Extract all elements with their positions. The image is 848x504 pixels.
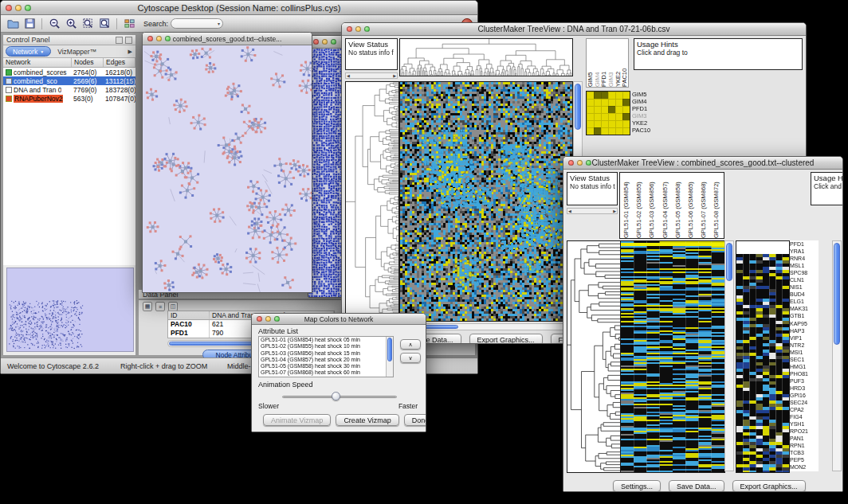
scrollbar-thumb[interactable]	[387, 338, 392, 361]
list-scrollbar[interactable]	[386, 337, 393, 377]
column-header-edges[interactable]: Edges	[104, 58, 135, 67]
export-graphics-button[interactable]: Export Graphics...	[469, 334, 543, 344]
gene-label[interactable]: MSI1	[790, 349, 819, 356]
gene-label[interactable]: MAK31	[790, 305, 819, 312]
search-input[interactable]: ▾	[171, 18, 223, 29]
gene-label[interactable]: YSH1	[790, 420, 819, 428]
close-button[interactable]	[147, 36, 153, 41]
window-titlebar[interactable]: ClusterMaker TreeView : combined_scores_…	[563, 157, 842, 170]
scroll-left-icon[interactable]: ◀	[568, 209, 571, 213]
scroll-right-icon[interactable]: ▶	[393, 73, 396, 78]
close-button[interactable]	[313, 39, 319, 45]
close-button[interactable]	[6, 5, 12, 11]
gene-label[interactable]: SEC24	[790, 399, 819, 406]
gene-label[interactable]: CLN1	[790, 276, 819, 283]
slider-thumb[interactable]	[332, 392, 340, 400]
close-button[interactable]	[347, 26, 352, 32]
close-button[interactable]	[257, 316, 262, 322]
gene-label[interactable]: NTR2	[790, 342, 819, 349]
gene-label[interactable]: TCB3	[790, 449, 819, 456]
minimize-button[interactable]	[265, 316, 271, 322]
gene-label[interactable]: VIP1	[790, 334, 819, 342]
row-dendrogram-canvas[interactable]	[567, 240, 621, 473]
column-header-nodes[interactable]: Nodes	[72, 58, 104, 67]
list-item[interactable]: GPL51-01 (GSM854) heat shock 05 min	[259, 337, 393, 343]
zoom-heatmap-canvas[interactable]	[736, 240, 790, 473]
scroll-left-icon[interactable]: ◀	[347, 73, 350, 78]
annotation-icon[interactable]	[122, 17, 136, 31]
minimize-button[interactable]	[15, 5, 22, 11]
zoom-out-icon[interactable]	[47, 17, 61, 31]
gene-label[interactable]: GIM5	[632, 91, 664, 98]
window-titlebar[interactable]: combined_scores_good.txt--cluste...	[143, 33, 312, 45]
zoom-button[interactable]	[364, 26, 370, 32]
close-panel-icon[interactable]	[125, 37, 132, 44]
column-dendrogram-canvas[interactable]	[399, 38, 573, 76]
gene-label[interactable]: PHO81	[790, 370, 819, 377]
gene-label[interactable]: FIG4	[790, 413, 819, 420]
list-item[interactable]: GPL51-03 (GSM856) heat shock 15 min	[259, 350, 393, 357]
zoom-button[interactable]	[274, 316, 280, 322]
network-table-row[interactable]: DNA and Tran 07769(0)183728(0)	[3, 85, 135, 94]
gene-list-scrollbar[interactable]	[832, 240, 842, 471]
gene-label[interactable]: SPC98	[790, 269, 819, 276]
gene-label[interactable]: MSL1	[790, 262, 819, 269]
list-item[interactable]: GPL51-07 (GSM868) heat shock 60 min	[259, 369, 393, 376]
move-down-button[interactable]: ∨	[400, 353, 421, 363]
gene-label[interactable]: GTB1	[790, 312, 819, 319]
scrollbar-thumb[interactable]	[834, 243, 840, 345]
save-data-button[interactable]: Save Data...	[669, 480, 724, 492]
gene-label[interactable]: PFD1	[790, 240, 819, 248]
tab-vizmapper[interactable]: VizMapper™	[57, 48, 96, 56]
vertical-scrollbar[interactable]	[724, 240, 734, 471]
window-titlebar[interactable]: ClusterMaker TreeView : DNA and Tran 07-…	[342, 23, 806, 36]
animation-speed-slider[interactable]	[282, 392, 397, 401]
gene-label[interactable]: GPI16	[790, 392, 819, 399]
heatmap-canvas[interactable]	[620, 240, 725, 473]
scroll-right-icon[interactable]: ▶	[613, 209, 616, 213]
table-icon[interactable]: ▦	[143, 302, 152, 311]
dialog-titlebar[interactable]: Map Colors to Network	[252, 314, 426, 325]
zoom-selected-icon[interactable]	[97, 17, 112, 31]
zoom-fit-icon[interactable]	[80, 17, 95, 31]
network-overview-pane[interactable]	[6, 268, 134, 352]
network-view[interactable]	[143, 45, 312, 292]
gene-label[interactable]: PUF3	[790, 377, 819, 385]
gene-label[interactable]: HAP3	[790, 327, 819, 334]
gene-label[interactable]: MON2	[790, 463, 819, 471]
gene-label[interactable]: ELG1	[790, 298, 819, 305]
zoom-button[interactable]	[165, 36, 171, 41]
gene-label[interactable]: SEC1	[790, 356, 819, 363]
zoom-button[interactable]	[331, 39, 336, 45]
heatmap-canvas[interactable]	[399, 81, 573, 322]
network-table-row[interactable]: RNAPuberNov2563(0)107847(0)	[3, 94, 135, 103]
gene-label[interactable]: PFD1	[632, 105, 664, 112]
gene-label[interactable]: HRD3	[790, 385, 819, 392]
gene-label[interactable]: RNR4	[790, 255, 819, 262]
zoom-in-icon[interactable]	[64, 17, 78, 31]
gene-label[interactable]: RPN1	[790, 442, 819, 449]
gene-label[interactable]: PAC10	[632, 127, 664, 134]
dense-network-canvas[interactable]	[308, 49, 344, 297]
gene-label[interactable]: RPO21	[790, 428, 819, 435]
network-overview-canvas[interactable]	[7, 268, 133, 351]
mini-scrollbar[interactable]: ◀▶	[567, 208, 618, 214]
move-up-button[interactable]: ∧	[400, 339, 421, 350]
zoom-heatmap-canvas[interactable]	[586, 91, 630, 135]
create-vizmap-button[interactable]: Create Vizmap	[336, 414, 398, 426]
column-header-network[interactable]: Network	[3, 58, 72, 67]
tab-network[interactable]: Network▼	[6, 46, 51, 57]
open-file-icon[interactable]	[6, 17, 20, 31]
zoom-button[interactable]	[586, 160, 591, 166]
gene-label[interactable]: NIS1	[790, 283, 819, 291]
gene-label[interactable]: BUD4	[790, 291, 819, 298]
save-icon[interactable]	[22, 17, 37, 31]
window-titlebar[interactable]	[308, 36, 344, 49]
network-table-row[interactable]: combined_scores2764(0)16218(0)	[3, 68, 135, 76]
minimize-button[interactable]	[355, 26, 361, 32]
close-button[interactable]	[568, 160, 574, 166]
list-item[interactable]: GPL51-05 (GSM858) heat shock 30 min	[259, 363, 393, 369]
gene-label[interactable]: GIM3	[632, 112, 664, 119]
network-view[interactable]	[308, 49, 344, 297]
attribute-listbox[interactable]: GPL51-01 (GSM854) heat shock 05 minGPL51…	[258, 336, 394, 377]
